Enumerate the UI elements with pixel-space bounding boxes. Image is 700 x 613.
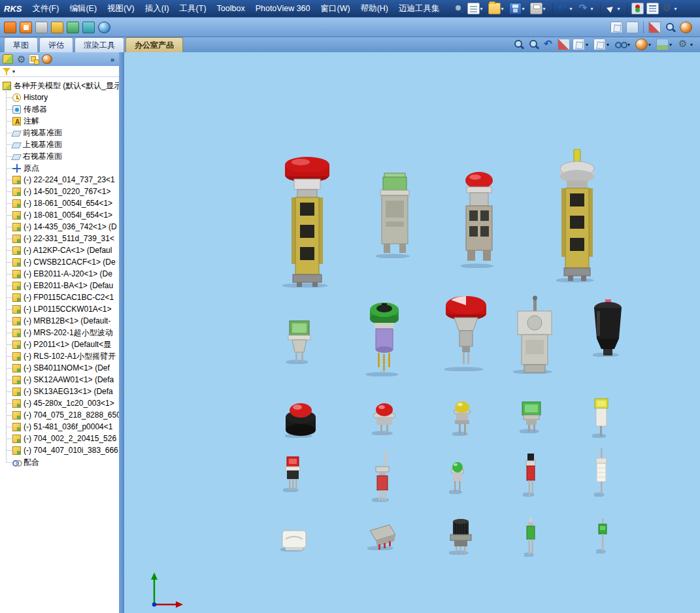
feature-tree-filter[interactable] xyxy=(0,66,119,77)
options-icon[interactable] xyxy=(661,2,680,15)
menu-item[interactable]: 迈迪工具集 xyxy=(393,0,445,17)
dropdown-caret-icon[interactable] xyxy=(627,42,633,48)
model-yellow-round-indicator[interactable] xyxy=(452,399,472,436)
dropdown-caret-icon[interactable] xyxy=(586,42,591,48)
menu-item[interactable]: 窗口(W) xyxy=(316,0,356,17)
tree-item[interactable]: (-) SK12AAW01<1> (Defa xyxy=(1,374,119,386)
madi-library-icon[interactable] xyxy=(3,21,17,34)
tree-item[interactable]: (-) 22-224_014_737_23<1 xyxy=(1,174,119,186)
dropdown-caret-icon[interactable] xyxy=(648,42,654,48)
tree-item[interactable]: 上视基准面 xyxy=(1,139,119,150)
tree-item[interactable]: 前视基准面 xyxy=(1,127,119,139)
undo-icon[interactable] xyxy=(556,2,576,15)
tree-item[interactable]: 传感器 xyxy=(1,103,119,115)
tree-item[interactable]: (-) SK13AEG13<1> (Defa xyxy=(1,386,119,397)
viewport-canvas[interactable] xyxy=(124,52,700,613)
tree-item[interactable]: (-) P2011<1> (Default<显 xyxy=(1,339,119,350)
dropdown-caret-icon[interactable] xyxy=(675,6,680,12)
open-icon[interactable] xyxy=(488,2,507,15)
propertymanager-tab[interactable] xyxy=(15,54,27,65)
exploded-view-icon[interactable] xyxy=(625,21,639,34)
tab-render-tools[interactable]: 渲染工具 xyxy=(75,37,124,52)
tree-item[interactable]: (-) SB4011NOM<1> (Def xyxy=(1,362,119,374)
model-white-rocker-switch[interactable] xyxy=(280,528,308,552)
dropdown-caret-icon[interactable] xyxy=(618,6,623,12)
tree-item[interactable]: 右视基准面 xyxy=(1,150,119,162)
tree-item[interactable]: (-) 22-331_511d_739_31< xyxy=(1,233,119,244)
model-red-button-black-bezel[interactable] xyxy=(285,400,316,438)
interference-detection-icon[interactable] xyxy=(648,21,661,34)
zoom-to-fit-icon[interactable] xyxy=(512,38,525,51)
tree-item[interactable]: 各种开关模型 (默认<默认_显示 xyxy=(1,80,119,91)
model-green-square-button-unit[interactable] xyxy=(376,172,414,258)
model-green-rotary-selector[interactable] xyxy=(366,299,403,376)
tree-item[interactable]: (-) 18-061_0054l_654<1> xyxy=(1,197,119,209)
tree-item[interactable]: (-) 14-435_036_742<1> (D xyxy=(1,221,119,233)
select-arrow-icon[interactable] xyxy=(604,2,624,15)
tree-item[interactable]: History xyxy=(1,91,119,103)
configurationmanager-tab[interactable] xyxy=(28,54,40,65)
display-style-icon[interactable] xyxy=(593,38,612,51)
tree-item[interactable]: (-) 14-501_0220_767<1> xyxy=(1,186,119,197)
menu-item[interactable]: 文件(F) xyxy=(27,0,64,17)
spring-design-icon[interactable] xyxy=(66,21,80,34)
dropdown-caret-icon[interactable] xyxy=(570,6,575,12)
tree-item[interactable]: (-) 704_407_010i_383_666 xyxy=(1,444,119,456)
standard-parts-icon[interactable] xyxy=(19,21,33,34)
menu-item[interactable]: 帮助(H) xyxy=(356,0,393,17)
tree-item[interactable]: (-) RLS-102-A1小型摇臂开 xyxy=(1,350,119,362)
new-document-icon[interactable] xyxy=(467,2,486,15)
tree-item[interactable]: (-) MRB12B<1> (Default- xyxy=(1,315,119,327)
bearing-design-icon[interactable] xyxy=(50,21,64,34)
dropdown-caret-icon[interactable] xyxy=(591,6,596,12)
motor-selection-icon[interactable] xyxy=(82,21,95,34)
section-view-icon[interactable] xyxy=(557,38,571,51)
tab-office-products[interactable]: 办公室产品 xyxy=(125,37,183,52)
tree-item[interactable]: (-) LP0115CCKW01A<1> xyxy=(1,303,119,315)
dropdown-caret-icon[interactable] xyxy=(501,6,507,12)
tree-item[interactable]: (-) 704_075_218_8288_650 xyxy=(1,409,119,421)
model-red-slide-switch[interactable] xyxy=(523,454,539,497)
file-properties-icon[interactable] xyxy=(646,2,659,15)
menu-item[interactable]: 工具(T) xyxy=(175,0,212,17)
panel-overflow-chevron[interactable]: » xyxy=(110,56,117,63)
mass-properties-icon[interactable] xyxy=(679,21,693,34)
dropdown-caret-icon[interactable] xyxy=(543,6,548,12)
tree-item[interactable]: 配合 xyxy=(1,456,119,468)
dropdown-caret-icon[interactable] xyxy=(669,42,675,48)
dropdown-caret-icon[interactable] xyxy=(690,42,695,48)
tree-item[interactable]: (-) FP0115CAC1BC-C2<1 xyxy=(1,291,119,303)
view-orientation-icon[interactable] xyxy=(572,38,592,51)
model-yellow-square-indicator[interactable] xyxy=(592,397,610,438)
model-yellow-selector-switch-unit[interactable] xyxy=(556,149,598,282)
view-settings-icon[interactable] xyxy=(676,38,696,51)
model-black-knob-pink-marker[interactable] xyxy=(593,299,623,357)
tree-item[interactable]: (-) 45-280x_1c20_003<1> xyxy=(1,397,119,409)
publish-icon[interactable] xyxy=(529,2,549,15)
panel-splitter[interactable] xyxy=(119,52,124,613)
model-metal-toggle-switch[interactable] xyxy=(372,450,393,502)
model-red-round-pushbutton[interactable] xyxy=(372,401,397,435)
model-black-rotary-encoder[interactable] xyxy=(449,518,473,555)
model-green-square-indicator[interactable] xyxy=(520,399,543,433)
tree-item[interactable]: (-) EB2011-BA<1> (Defau xyxy=(1,280,119,291)
model-emergency-stop-button-large[interactable] xyxy=(282,156,332,288)
tree-item[interactable]: (-) 18-081_0054l_654<1> xyxy=(1,209,119,221)
menu-item[interactable]: 视图(V) xyxy=(102,0,140,17)
featuremanager-tab[interactable] xyxy=(2,54,14,65)
menu-item[interactable]: 插入(I) xyxy=(140,0,175,17)
tree-item[interactable]: (-) 51-481_036f_p0004<1 xyxy=(1,421,119,433)
model-green-dome-indicator[interactable] xyxy=(449,460,466,494)
model-red-round-button-unit[interactable] xyxy=(461,169,497,268)
gear-design-icon[interactable] xyxy=(35,21,48,34)
tree-item[interactable]: (-) EB2011-A-J20<1> (De xyxy=(1,268,119,280)
tab-evaluate[interactable]: 评估 xyxy=(39,37,73,52)
menu-item[interactable]: PhotoView 360 xyxy=(250,0,316,17)
model-green-mini-toggle[interactable] xyxy=(524,518,537,557)
edit-appearance-icon[interactable] xyxy=(635,38,654,51)
model-gray-micro-switch[interactable] xyxy=(367,523,397,550)
hide-show-items-icon[interactable] xyxy=(614,38,633,51)
apply-scene-icon[interactable] xyxy=(656,38,675,51)
zoom-to-area-icon[interactable] xyxy=(527,38,541,51)
measure-icon[interactable] xyxy=(663,21,677,34)
